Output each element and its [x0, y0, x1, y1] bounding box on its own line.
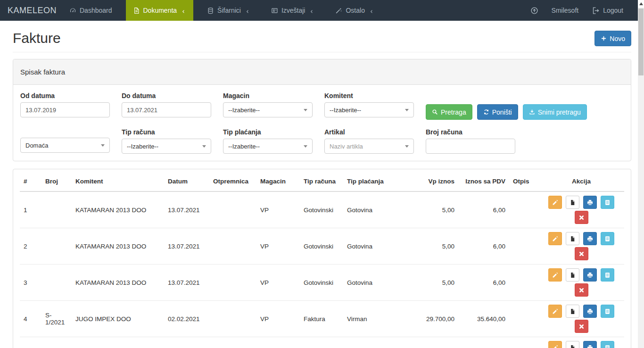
cell-datum: 13.07.2021 — [164, 191, 209, 228]
cell-num: 3 — [20, 265, 41, 301]
edit-button[interactable] — [548, 341, 562, 348]
nav-item-izvestaji[interactable]: Izveštaji — [264, 0, 322, 21]
broj-racuna-input[interactable] — [426, 139, 515, 154]
invoice-button[interactable] — [601, 305, 614, 318]
nav-item-ostalo[interactable]: Ostalo — [328, 0, 381, 21]
brand-logo[interactable]: KAMELEON — [0, 0, 56, 21]
search-icon — [432, 109, 438, 115]
file-icon — [570, 272, 576, 278]
edit-button[interactable] — [548, 232, 562, 245]
pencil-icon — [552, 236, 558, 242]
reports-icon — [271, 7, 278, 14]
cell-vp-iznos: 29.700,00 — [410, 301, 458, 337]
cell-komitent: KATAMARAN 2013 DOO — [72, 265, 164, 301]
komitent-select[interactable]: --Izaberite-- — [324, 102, 414, 117]
print-button[interactable] — [583, 305, 597, 318]
logout-icon — [592, 7, 600, 15]
tip-racuna-label: Tip računa — [122, 128, 211, 136]
edit-button[interactable] — [548, 305, 562, 318]
print-button[interactable] — [583, 232, 597, 245]
do-datuma-input[interactable] — [122, 102, 211, 117]
print-button[interactable] — [583, 341, 597, 348]
cell-tip-placanja: Gotovina — [343, 191, 410, 228]
vrsta-select[interactable]: Domaća — [20, 138, 110, 153]
print-button[interactable] — [583, 196, 597, 209]
nav-item-dokumenta[interactable]: Dokumenta — [126, 0, 194, 21]
cell-vp-iznos — [410, 337, 458, 348]
edit-button[interactable] — [548, 268, 562, 282]
invoice-table-panel: # Broj Komitent Datum Otpremnica Magacin… — [13, 169, 631, 348]
company-link[interactable]: Smilesoft — [552, 7, 579, 14]
close-icon — [578, 251, 585, 257]
tip-placanja-select[interactable]: --Izaberite-- — [223, 139, 313, 154]
reset-button[interactable]: Poništi — [477, 104, 518, 120]
field-od-datuma: Od datuma — [20, 92, 110, 120]
new-invoice-button[interactable]: Novo — [594, 31, 631, 46]
cell-magacin: VP — [256, 191, 300, 228]
cell-datum — [164, 337, 209, 348]
cell-otpis — [509, 265, 538, 301]
cell-akcija — [538, 301, 624, 337]
col-header-broj: Broj — [41, 172, 72, 191]
cell-tip-placanja: Gotovina — [343, 228, 410, 265]
chevron-left-icon — [309, 8, 314, 13]
nav-item-sifarnici[interactable]: Šifarnici — [200, 0, 257, 21]
pencil-icon — [552, 199, 558, 206]
caret-down-icon — [304, 145, 307, 148]
invoice-button[interactable] — [601, 341, 614, 348]
arrow-circle-up-icon[interactable] — [530, 7, 538, 15]
table-row: 2 KATAMARAN 2013 DOO 13.07.2021 VP Gotov… — [20, 228, 624, 265]
vertical-scrollbar[interactable] — [638, 0, 644, 348]
artikal-select[interactable]: Naziv artikla — [324, 139, 414, 154]
delete-button[interactable] — [575, 211, 588, 224]
nav-item-dashboard[interactable]: Dashboard — [62, 0, 119, 21]
cell-num: 2 — [20, 228, 41, 265]
delete-button[interactable] — [575, 320, 588, 333]
cell-tip-placanja: Gotovina — [343, 265, 410, 301]
edit-button[interactable] — [548, 196, 562, 209]
save-search-button[interactable]: Snimi pretragu — [523, 104, 587, 120]
delete-button[interactable] — [575, 247, 588, 260]
invoice-table-body: 1 KATAMARAN 2013 DOO 13.07.2021 VP Gotov… — [20, 191, 624, 348]
caret-down-icon — [405, 109, 409, 111]
filter-buttons: Pretraga Poništi Snimi pre — [426, 92, 587, 120]
cell-komitent: KATAMARAN 2013 DOO — [72, 228, 164, 265]
cell-magacin: VP — [256, 228, 300, 265]
field-tip-racuna: Tip računa --Izaberite-- — [122, 128, 211, 154]
cell-datum: 02.02.2021 — [164, 301, 209, 337]
database-icon — [207, 7, 214, 14]
od-datuma-input[interactable] — [20, 102, 110, 117]
document-button[interactable] — [566, 305, 579, 318]
document-button[interactable] — [566, 268, 579, 282]
invoice-button[interactable] — [601, 268, 614, 282]
field-do-datuma: Do datuma — [122, 92, 211, 120]
invoice-button[interactable] — [601, 232, 614, 245]
table-row: 3 KATAMARAN 2013 DOO 13.07.2021 VP Gotov… — [20, 265, 624, 301]
table-header-row: # Broj Komitent Datum Otpremnica Magacin… — [20, 172, 624, 191]
invoice-list-icon — [604, 199, 611, 206]
dashboard-icon — [69, 7, 76, 14]
cell-otpis — [509, 301, 538, 337]
nav-item-label: Ostalo — [346, 7, 364, 14]
cell-otpremnica — [209, 191, 256, 228]
page-title: Fakture — [13, 30, 61, 46]
delete-button[interactable] — [575, 283, 588, 297]
close-icon — [578, 323, 585, 330]
tip-racuna-select[interactable]: --Izaberite-- — [122, 139, 211, 154]
invoice-table: # Broj Komitent Datum Otpremnica Magacin… — [20, 172, 624, 348]
print-button[interactable] — [583, 268, 597, 282]
cell-komitent — [72, 337, 164, 348]
cell-otpremnica — [209, 265, 256, 301]
scrollbar-thumb[interactable] — [638, 8, 644, 75]
document-button[interactable] — [566, 232, 579, 245]
invoice-list-icon — [604, 272, 611, 278]
search-button[interactable]: Pretraga — [426, 104, 472, 120]
invoice-button[interactable] — [601, 196, 614, 209]
document-button[interactable] — [566, 196, 579, 209]
scroll-up-button[interactable] — [638, 0, 644, 8]
document-button[interactable] — [566, 341, 579, 348]
magacin-select[interactable]: --Izaberite-- — [223, 102, 313, 117]
cell-vp-iznos: 5,00 — [410, 265, 458, 301]
logout-button[interactable]: Logout — [592, 7, 623, 15]
col-header-datum: Datum — [164, 172, 209, 191]
